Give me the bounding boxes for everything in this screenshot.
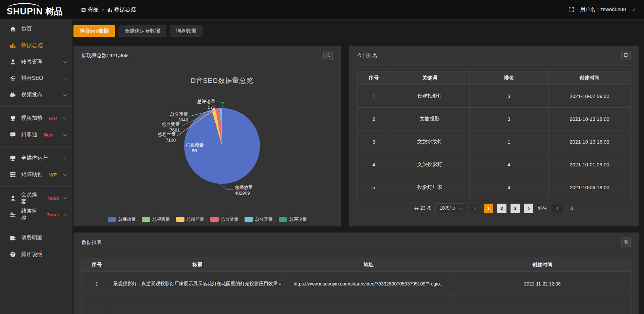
stat-value: 421,369 <box>109 52 127 58</box>
tab-inquiry-data[interactable]: 询盘数据 <box>170 25 203 37</box>
legend-item-videos[interactable]: 总视频量 <box>142 216 170 222</box>
sidebar-item-label: 抖客通 <box>21 131 37 138</box>
bar-chart-icon <box>107 7 112 12</box>
sidebar-item-account[interactable]: 账号管理 <box>0 54 72 70</box>
callout-fans: 总粉丝量 7100 <box>153 132 176 143</box>
sidebar-item-home[interactable]: 首页 <box>0 21 72 37</box>
today-ranking-panel: 今日排名 日 序号 关键词 排名 创建时间 <box>349 46 639 226</box>
legend-label: 总分享量 <box>255 216 273 222</box>
page-button-1[interactable]: 1 <box>484 204 493 213</box>
sidebar-item-consumption[interactable]: 消费明细 <box>0 230 72 246</box>
legend-item-plays[interactable]: 总播放量 <box>108 216 136 222</box>
tab-douyin-seo-data[interactable]: 抖音seo数据 <box>73 25 115 37</box>
column-header-rank: 排名 <box>469 71 548 85</box>
sidebar-item-instructions[interactable]: ? 操作说明 <box>0 246 72 263</box>
data-tabs: 抖音seo数据 全媒体运营数据 询盘数据 <box>73 25 639 37</box>
topbar: SHUPIN 树品 树品 > 数据总览 用户名：zswodun88 <box>0 0 644 19</box>
sidebar-item-doukekong[interactable]: 抖客通 New <box>0 126 72 143</box>
page-size-select[interactable]: 10条/页 <box>435 203 466 213</box>
page-button-2[interactable]: 2 <box>497 204 506 213</box>
chevron-down-icon <box>631 7 635 11</box>
column-header-seq: 序号 <box>358 71 390 85</box>
square-doc-icon <box>81 7 86 12</box>
cell-keyword: 文旅水纹灯 <box>390 130 469 153</box>
sidebar-item-label: 矩阵助推 <box>21 171 43 178</box>
sidebar-divider <box>0 186 72 187</box>
table-row: 1 景观投影灯 3 2021-10-02 09:00 <box>358 85 631 108</box>
goto-label: 前往 <box>537 205 547 211</box>
sidebar-item-data-overview[interactable]: 数据总览 <box>0 37 72 54</box>
grid-icon <box>10 171 16 178</box>
monitor-icon <box>10 155 16 161</box>
table-row: 5 投影灯厂家 4 2021-10-09 18:00 <box>358 176 631 199</box>
chevron-down-icon <box>63 156 67 159</box>
cell-rank: 4 <box>469 153 548 176</box>
cell-seq: 3 <box>358 130 390 153</box>
cell-rank: 4 <box>469 176 548 199</box>
tab-omnimedia-data[interactable]: 全媒体运营数据 <box>118 25 166 37</box>
cell-seq: 2 <box>358 108 390 130</box>
sidebar-item-matrix-boost[interactable]: 矩阵助推 VIP <box>0 166 72 183</box>
page-button-3[interactable]: 3 <box>511 204 520 213</box>
logo-text-cn: 树品 <box>45 6 63 17</box>
sidebar-item-omnimedia[interactable]: 全媒体运营 <box>0 150 72 166</box>
legend-label: 总粉丝量 <box>187 216 204 222</box>
sidebar-item-label: 账号管理 <box>21 58 43 65</box>
sidebar-item-video-heat[interactable]: 视频加热 Hot <box>0 110 72 126</box>
gear-icon <box>10 75 16 82</box>
total-view-button[interactable]: 总 <box>323 51 333 60</box>
prev-page-button[interactable] <box>470 204 480 213</box>
vip-badge: VIP <box>49 172 57 177</box>
day-view-button[interactable]: 日 <box>621 51 631 60</box>
sidebar-item-clue-monitor[interactable]: 线索监控 Tools <box>0 206 72 223</box>
cell-keyword: 投影灯厂家 <box>390 176 469 199</box>
table-header-row: 序号 关键词 排名 创建时间 <box>358 71 631 85</box>
chevron-down-icon <box>63 212 67 216</box>
cell-seq: 5 <box>358 176 390 199</box>
logo-arc-decoration <box>8 3 41 13</box>
cell-created: 2021-11-22 12:08 <box>454 272 630 296</box>
legend-item-comments[interactable]: 总评论量 <box>279 216 307 222</box>
video-camera-icon <box>10 92 16 98</box>
sidebar-divider <box>0 226 72 226</box>
table-view-button[interactable]: 表 <box>621 238 631 247</box>
fullscreen-icon[interactable] <box>569 7 574 12</box>
cell-seq: 1 <box>82 272 112 296</box>
impressions-total-stat: 展现量总数: 421,369 <box>82 52 128 59</box>
breadcrumb-item-home[interactable]: 树品 <box>81 6 99 13</box>
sidebar-item-label: 抖音SEO <box>21 75 43 82</box>
breadcrumb-label: 树品 <box>88 6 99 13</box>
sidebar-item-video-publish[interactable]: 视频发布 <box>0 87 72 103</box>
user-icon <box>10 195 16 201</box>
chevron-down-icon <box>63 92 67 96</box>
column-header-keyword: 关键词 <box>390 71 469 85</box>
panel-title: 今日排名 <box>357 52 377 59</box>
report-table: 序号 标题 地址 创建时间 1 景观投影灯，夜游景观投影灯厂家展示展示落花灯在花… <box>82 258 631 314</box>
chevron-down-icon <box>63 76 67 80</box>
legend-item-shares[interactable]: 总分享量 <box>245 216 273 222</box>
legend-item-fans[interactable]: 总粉丝量 <box>176 216 204 222</box>
tools-badge: Tools <box>47 212 59 217</box>
breadcrumb-item-current[interactable]: 数据总览 <box>107 6 136 13</box>
cell-video-link <box>283 296 454 314</box>
goto-page-input[interactable] <box>551 204 565 213</box>
cell-keyword: 文旅投影 <box>390 108 469 130</box>
username-label[interactable]: 用户名：zswodun88 <box>580 6 626 13</box>
sidebar-item-douyin-seo[interactable]: 抖音SEO <box>0 70 72 87</box>
next-page-button[interactable] <box>524 204 533 213</box>
sidebar-item-member-leads[interactable]: 会员爆客 Tools <box>0 190 72 206</box>
callout-comments: 总评论量 572 <box>193 99 215 110</box>
sidebar: 首页 数据总览 账号管理 抖音SEO 视频发布 视频加热 Hot <box>0 19 72 314</box>
sidebar-item-label: 会员爆客 <box>21 191 40 205</box>
callout-name: 总播放量 <box>235 185 253 190</box>
cell-keyword: 文旅投影灯 <box>390 153 469 176</box>
cell-created <box>454 296 630 314</box>
cell-title: 景观投影灯，夜游景观投影灯厂家展示展示落花灯在花园里的灯光投影应用效果 # <box>112 272 283 296</box>
cell-video-link[interactable]: https://www.iesdouyin.com/share/video/70… <box>283 272 454 296</box>
table-row: 1 景观投影灯，夜游景观投影灯厂家展示展示落花灯在花园里的灯光投影应用效果 # … <box>82 272 631 296</box>
callout-value: 58 <box>183 148 206 154</box>
legend-item-likes[interactable]: 总点赞量 <box>210 216 238 222</box>
cell-rank: 3 <box>469 85 548 108</box>
sidebar-item-label: 消费明细 <box>21 234 43 242</box>
arrow-left-icon <box>474 207 477 210</box>
